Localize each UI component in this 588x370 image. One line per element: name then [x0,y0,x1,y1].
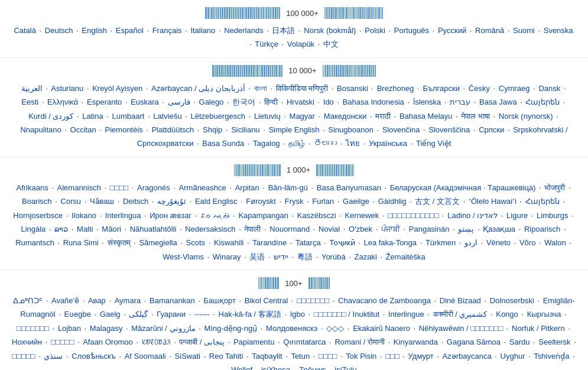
lang-link[interactable]: Словѣньскъ [72,352,116,361]
lang-link[interactable]: Чӑваш [90,197,114,206]
lang-link[interactable]: Ladino / לאדינו [447,211,498,220]
lang-link[interactable]: Kongo [496,310,518,319]
lang-link[interactable]: Uyghur [501,352,525,361]
lang-link[interactable]: English [82,26,107,35]
lang-link[interactable]: Papiamentu [233,337,274,346]
lang-link[interactable]: Dansk [538,84,560,93]
lang-link[interactable]: Русский [438,26,466,35]
lang-link[interactable]: Беларуская (Акадэмічная · Тарашкевіца) [390,183,536,192]
lang-link[interactable]: Norfuk / Pitkern [512,324,565,333]
lang-link[interactable]: Euskara [131,98,159,106]
lang-link[interactable]: Avañe'ẽ [51,296,79,305]
lang-link[interactable]: Afaan Oromoo [83,337,133,346]
lang-link[interactable]: Brezhoneg [377,84,414,93]
lang-link[interactable]: Kaszëbsczi [297,211,336,220]
lang-link[interactable]: Ripoarisch [524,225,560,233]
lang-link[interactable]: पन्जाबी / پنجابی [179,337,225,346]
lang-link[interactable]: □□□□ [110,183,128,192]
lang-link[interactable]: Alemannisch [57,183,101,192]
lang-link[interactable]: Vèneto [486,238,511,247]
lang-link[interactable]: Winaray [213,252,241,261]
lang-link[interactable]: Lumbaart [112,112,145,121]
lang-link[interactable]: Võro [519,238,535,247]
lang-link[interactable]: Norsk (nynorsk) [499,112,553,121]
lang-link[interactable]: Kreyòl Ayisyen [92,84,142,93]
lang-link[interactable]: 日本語 [272,26,295,35]
lang-link[interactable]: Lingála [21,225,46,233]
lang-link[interactable]: Ido [323,98,334,106]
lang-link[interactable]: Latina [82,112,103,121]
lang-link[interactable]: 粵語 [297,252,313,261]
lang-link[interactable]: Français [152,26,182,35]
lang-link[interactable]: Diné Bizaad [440,296,481,305]
lang-link[interactable]: Հայերեն [525,98,560,106]
lang-link[interactable]: Гуарани [157,310,186,319]
lang-link[interactable]: ◇◇◇ [326,324,344,333]
lang-link[interactable]: Bahasa Melayu [399,112,453,121]
lang-link[interactable]: □□□ [385,352,399,361]
lang-link[interactable]: Žemaitėška [386,252,425,261]
lang-link[interactable]: Kapampangan [238,211,288,220]
lang-link[interactable]: Česky [469,84,490,93]
lang-link[interactable]: Seeltersk [538,337,570,346]
lang-link[interactable]: Lea faka-Tonga [363,238,417,247]
lang-link[interactable]: Basa Banyumasan [317,183,381,192]
lang-link[interactable]: Mìng-dĕ̤ng-ngṳ̄ [204,324,257,333]
lang-link[interactable]: Gaelg [100,310,121,319]
lang-link[interactable]: Sicilianu [231,125,259,134]
lang-link[interactable]: Lëtzebuergesch [191,112,246,121]
lang-link[interactable]: Bahasa Indonesia [343,98,404,106]
lang-link[interactable]: Deitsch [123,197,148,206]
lang-link[interactable]: Chavacano de Zamboanga [338,296,431,305]
lang-link[interactable]: Suomi [513,26,535,35]
lang-link[interactable]: कश्मीरी / كشميري [433,310,488,319]
lang-link[interactable]: Bân-lâm-gú [268,183,308,192]
lang-link[interactable]: isiXhosa [261,365,290,370]
lang-link[interactable]: Asturianu [51,84,83,93]
lang-link[interactable]: Tetun [291,352,310,361]
lang-link[interactable]: Aymara [115,296,141,305]
lang-link[interactable]: Armãneashce [179,183,226,192]
lang-link[interactable]: עברית [450,98,470,106]
lang-link[interactable]: नेपाल भाषा [461,112,490,121]
lang-link[interactable]: Romani / रोमानी [334,337,385,346]
lang-link[interactable]: Español [116,26,144,35]
lang-link[interactable]: پښتو [458,225,474,233]
lang-link[interactable]: हिन्दी [264,98,278,106]
lang-link[interactable]: Igbo [290,310,305,319]
lang-link[interactable]: Aragonés [137,183,170,192]
lang-link[interactable]: Ekakairũ Naoero [353,324,410,333]
lang-link[interactable]: संस्कृतम् [108,238,131,247]
lang-link[interactable]: Català [14,26,36,35]
lang-link[interactable]: Română [475,26,504,35]
lang-link[interactable]: Nouormand [269,225,310,233]
lang-link[interactable]: Íslenska [413,98,441,106]
lang-link[interactable]: Hak-kâ-fa / 客家語 [219,310,281,319]
lang-link[interactable]: Македонски [324,112,366,121]
lang-link[interactable]: ᐃᓄᒃᑎᑐᑦ [13,296,43,305]
lang-link[interactable]: گیلکی [129,310,148,319]
lang-link[interactable]: Türkmen [425,238,456,247]
lang-link[interactable]: 中文 [323,40,339,48]
lang-link[interactable]: Yorùbá [321,252,346,261]
lang-link[interactable]: ᱥᱟᱱᱛᱟᱲᱤ [142,337,171,346]
lang-link[interactable]: Српски [479,125,504,134]
lang-link[interactable]: Авар [88,296,106,305]
lang-link[interactable]: Tshiveṅḓa [534,352,569,361]
lang-link[interactable]: नेपाली [244,225,261,233]
lang-link[interactable]: Reo Tahiti [209,352,243,361]
lang-link[interactable]: Malagasy [90,324,123,333]
lang-link[interactable]: 吴语 [249,252,265,261]
lang-link[interactable]: Hornjoserbsce [13,211,63,220]
lang-link[interactable]: Gaeilge [343,197,369,206]
lang-link[interactable]: Interlingue [388,310,424,319]
lang-link[interactable]: Boarisch [22,197,52,206]
lang-link[interactable]: West-Vlams [163,252,204,261]
lang-link[interactable]: Malti [77,225,93,233]
lang-link[interactable]: विकिपीडिया मणिपुरी [276,84,329,93]
lang-link[interactable]: Magyar [290,112,315,121]
lang-link[interactable]: தமிழ் [288,139,305,148]
lang-link[interactable]: Basa Sunda [202,139,244,148]
lang-link[interactable]: Nnapulitano [20,125,61,134]
lang-link[interactable]: SiSwati [175,352,200,361]
